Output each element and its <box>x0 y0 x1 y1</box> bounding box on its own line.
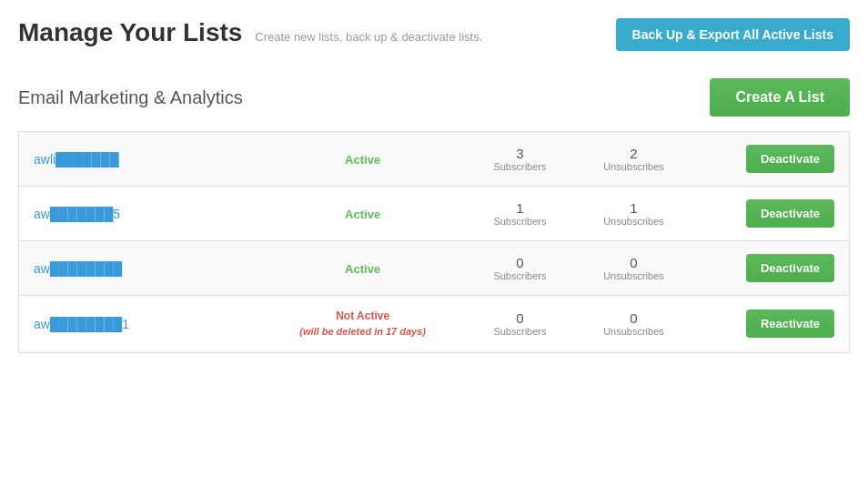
deactivate-button[interactable]: Deactivate <box>746 199 834 228</box>
status-badge: Active <box>345 153 380 167</box>
deactivate-button[interactable]: Deactivate <box>746 254 834 282</box>
section-header: Email Marketing & Analytics Create A Lis… <box>18 78 850 117</box>
status-badge: Active <box>345 208 380 221</box>
deactivate-button[interactable]: Deactivate <box>746 145 834 173</box>
table-row: aw███████5Active1Subscribers1Unsubscribe… <box>19 187 850 241</box>
unsubscribes-cell: 1Unsubscribes <box>574 187 693 241</box>
title-block: Manage Your Lists Create new lists, back… <box>18 18 482 47</box>
create-list-button[interactable]: Create A List <box>710 78 850 117</box>
subscribers-cell: 3Subscribers <box>466 132 574 187</box>
subscribers-cell: 0Subscribers <box>466 241 574 296</box>
subscribers-cell: 1Subscribers <box>466 187 574 241</box>
page-wrapper: Manage Your Lists Create new lists, back… <box>0 0 868 390</box>
page-subtitle: Create new lists, back up & deactivate l… <box>255 30 482 44</box>
lists-table: awli███████Active3Subscribers2Unsubscrib… <box>18 131 850 353</box>
list-name-link[interactable]: aw███████5 <box>34 207 120 221</box>
list-name-link[interactable]: aw████████ <box>34 261 122 276</box>
table-row: aw████████1Not Active(will be deleted in… <box>19 296 850 353</box>
section-title: Email Marketing & Analytics <box>18 87 243 108</box>
status-badge: Not Active(will be deleted in 17 days) <box>275 309 451 340</box>
backup-export-button[interactable]: Back Up & Export All Active Lists <box>616 18 850 51</box>
page-title: Manage Your Lists <box>18 18 242 46</box>
unsubscribes-cell: 0Unsubscribes <box>574 296 693 353</box>
list-name-link[interactable]: aw████████1 <box>34 317 129 331</box>
status-badge: Active <box>345 262 380 276</box>
reactivate-button[interactable]: Reactivate <box>746 310 834 338</box>
table-row: aw████████Active0Subscribers0Unsubscribe… <box>19 241 850 296</box>
subscribers-cell: 0Subscribers <box>466 296 574 353</box>
list-name-link[interactable]: awli███████ <box>34 152 119 167</box>
table-row: awli███████Active3Subscribers2Unsubscrib… <box>19 132 850 187</box>
unsubscribes-cell: 2Unsubscribes <box>574 132 693 187</box>
unsubscribes-cell: 0Unsubscribes <box>574 241 693 296</box>
top-header: Manage Your Lists Create new lists, back… <box>18 18 850 51</box>
